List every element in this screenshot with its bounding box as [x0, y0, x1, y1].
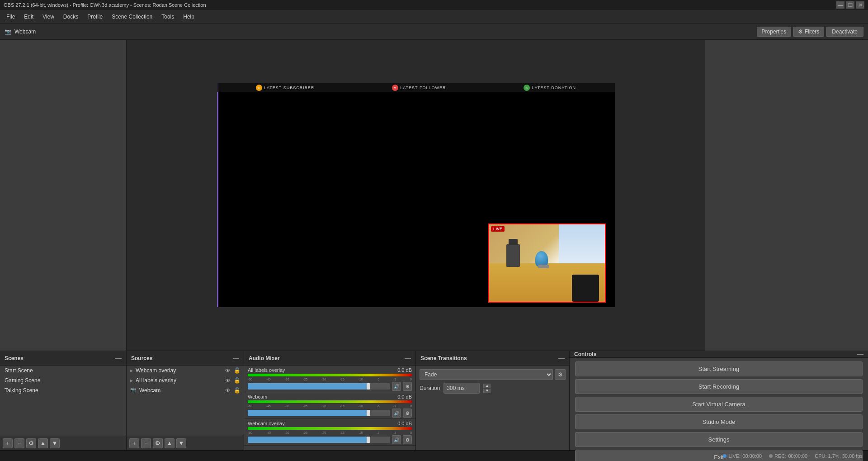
audio-panel-title: Audio Mixer	[249, 355, 280, 361]
donation-label: LATEST DONATION	[532, 86, 576, 90]
source-row-webcam-overlay[interactable]: ▶ Webcam overlay 👁 🔓	[127, 366, 244, 375]
scene-settings-btn[interactable]: ⚙	[26, 438, 36, 448]
audio-ch0-settings[interactable]: ⚙	[403, 382, 412, 391]
menu-docks[interactable]: Docks	[59, 12, 83, 22]
controls-panel-header: Controls —	[570, 351, 868, 358]
duration-input[interactable]	[443, 383, 480, 394]
live-label: LIVE:	[728, 453, 741, 459]
source-header-bar: 📷 Webcam Properties ⚙ Filters Deactivate	[0, 24, 868, 40]
scene-item-gaming[interactable]: Gaming Scene	[0, 375, 126, 385]
follower-label: LATEST FOLLOWER	[400, 86, 446, 90]
audio-ch2-label: Webcam overlay	[248, 421, 285, 426]
scene-item-start[interactable]: Start Scene	[0, 366, 126, 375]
duration-down-btn[interactable]: ▼	[483, 389, 491, 393]
properties-button[interactable]: Properties	[757, 27, 792, 37]
source-name-all-labels: All labels overlay	[136, 377, 222, 384]
duration-label: Duration	[420, 385, 440, 391]
audio-ch2-settings[interactable]: ⚙	[403, 435, 412, 444]
star-icon: ★	[256, 85, 262, 91]
duration-row: Duration ▲ ▼	[420, 383, 566, 394]
menu-edit[interactable]: Edit	[19, 12, 38, 22]
audio-ch2-fader[interactable]	[248, 437, 390, 443]
lock-icon-1[interactable]: 🔓	[234, 377, 240, 384]
start-virtual-camera-btn[interactable]: Start Virtual Camera	[575, 397, 863, 412]
audio-ch1-mute[interactable]: 🔊	[392, 409, 401, 418]
robot-figure	[506, 244, 520, 267]
sources-list: ▶ Webcam overlay 👁 🔓 ▶ All labels overla…	[127, 366, 244, 436]
visibility-icon-1[interactable]: 👁	[225, 377, 231, 384]
titlebar-text: OBS 27.2.1 (64-bit, windows) - Profile: …	[4, 2, 206, 8]
source-row-all-labels[interactable]: ▶ All labels overlay 👁 🔓	[127, 375, 244, 385]
scenes-minimize-btn[interactable]: —	[115, 355, 122, 361]
source-up-btn[interactable]: ▲	[165, 438, 175, 448]
studio-mode-btn[interactable]: Studio Mode	[575, 414, 863, 429]
transition-type-select[interactable]: Fade	[420, 369, 553, 380]
visibility-icon-0[interactable]: 👁	[225, 367, 231, 374]
lock-icon-0[interactable]: 🔓	[234, 367, 240, 374]
menu-tools[interactable]: Tools	[157, 12, 179, 22]
add-scene-btn[interactable]: +	[3, 438, 13, 448]
source-settings-btn[interactable]: ⚙	[153, 438, 163, 448]
start-streaming-btn[interactable]: Start Streaming	[575, 361, 863, 376]
sources-minimize-btn[interactable]: —	[233, 355, 239, 361]
minimize-button[interactable]: —	[836, 1, 844, 9]
filters-button[interactable]: ⚙ Filters	[793, 27, 824, 37]
audio-ch0-fader-handle[interactable]	[367, 383, 370, 390]
menu-help[interactable]: Help	[179, 12, 199, 22]
cpu-label: CPU: 1.7%, 30.00 fps	[815, 453, 863, 459]
source-name-webcam: Webcam	[139, 387, 222, 394]
deactivate-button[interactable]: Deactivate	[826, 27, 863, 37]
preview-overlay-bar: ★ LATEST SUBSCRIBER ♥ LATEST FOLLOWER $ …	[217, 83, 615, 92]
subscriber-badge: ★ LATEST SUBSCRIBER	[256, 85, 314, 91]
visibility-icon-2[interactable]: 👁	[225, 387, 231, 394]
scene-up-btn[interactable]: ▲	[38, 438, 48, 448]
audio-ch0-header: All labels overlay 0.0 dB	[248, 367, 412, 373]
scenes-list: Start Scene Gaming Scene Talking Scene	[0, 366, 126, 436]
menu-view[interactable]: View	[38, 12, 59, 22]
audio-ch1-fader-handle[interactable]	[367, 410, 370, 416]
audio-ch2-fader-handle[interactable]	[367, 437, 370, 443]
lock-icon-2[interactable]: 🔓	[234, 387, 240, 394]
audio-ch1-ticks: -60-45-30-25-20-15-10-5-30	[248, 404, 412, 408]
sources-panel-header: Sources —	[127, 351, 244, 366]
settings-btn[interactable]: Settings	[575, 432, 863, 447]
audio-ch1-fader[interactable]	[248, 410, 390, 416]
controls-panel-title: Controls	[574, 351, 596, 357]
audio-channel-0: All labels overlay 0.0 dB -60-45-30-25-2…	[244, 366, 415, 392]
controls-panel: Controls — Start Streaming Start Recordi…	[570, 351, 868, 450]
audio-ch0-mute[interactable]: 🔊	[392, 382, 401, 391]
audio-ch0-fader[interactable]	[248, 383, 390, 390]
maximize-button[interactable]: ❐	[846, 1, 854, 9]
content-row: ★ LATEST SUBSCRIBER ♥ LATEST FOLLOWER $ …	[0, 40, 868, 351]
transition-gear-btn[interactable]: ⚙	[555, 369, 566, 380]
source-down-btn[interactable]: ▼	[176, 438, 186, 448]
follower-badge: ♥ LATEST FOLLOWER	[392, 85, 446, 91]
transitions-minimize-btn[interactable]: —	[558, 355, 565, 361]
remove-source-btn[interactable]: −	[141, 438, 151, 448]
menu-profile[interactable]: Profile	[83, 12, 107, 22]
cpu-status: CPU: 1.7%, 30.00 fps	[815, 453, 863, 459]
preview-area: ★ LATEST SUBSCRIBER ♥ LATEST FOLLOWER $ …	[127, 40, 705, 351]
audio-ch0-meter	[248, 374, 412, 376]
scene-item-talking[interactable]: Talking Scene	[0, 385, 126, 395]
camera-scene	[489, 224, 605, 302]
audio-minimize-btn[interactable]: —	[405, 355, 411, 361]
duration-up-btn[interactable]: ▲	[483, 384, 491, 388]
source-row-webcam[interactable]: 📷 Webcam 👁 🔓	[127, 385, 244, 395]
audio-ch2-mute[interactable]: 🔊	[392, 435, 401, 444]
audio-ch2-fader-fill	[248, 437, 369, 443]
menu-scene-collection[interactable]: Scene Collection	[107, 12, 157, 22]
sources-toolbar: + − ⚙ ▲ ▼	[127, 436, 244, 450]
remove-scene-btn[interactable]: −	[14, 438, 24, 448]
add-source-btn[interactable]: +	[129, 438, 139, 448]
close-button[interactable]: ✕	[856, 1, 864, 9]
menu-file[interactable]: File	[2, 12, 19, 22]
subscriber-label: LATEST SUBSCRIBER	[264, 86, 314, 90]
sources-panel: Sources — ▶ Webcam overlay 👁 🔓 ▶ All lab…	[127, 351, 244, 450]
controls-minimize-btn[interactable]: —	[857, 351, 863, 357]
scenes-column	[0, 40, 127, 351]
scene-down-btn[interactable]: ▼	[50, 438, 60, 448]
start-recording-btn[interactable]: Start Recording	[575, 379, 863, 394]
audio-panel: Audio Mixer — All labels overlay 0.0 dB …	[244, 351, 416, 450]
audio-ch1-settings[interactable]: ⚙	[403, 409, 412, 418]
